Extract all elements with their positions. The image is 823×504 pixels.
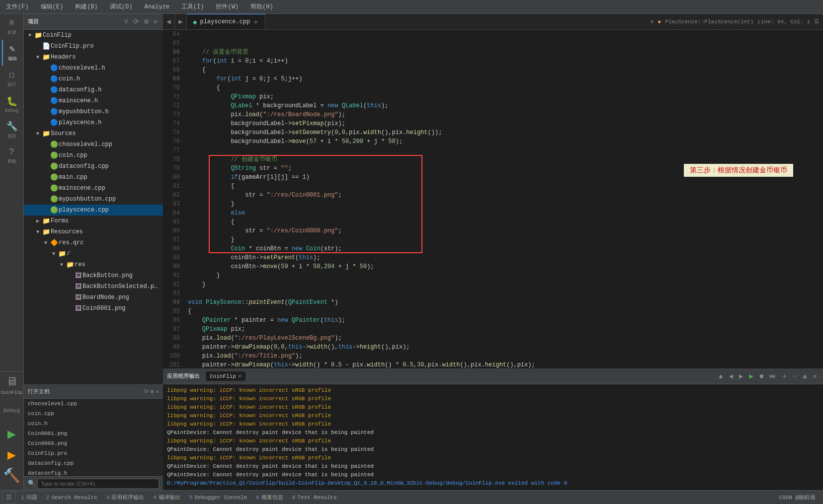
tree-label-mypushbuttoncpp: mypushbutton.cpp <box>59 196 159 203</box>
menu-debug[interactable]: 调试(D) <box>108 1 135 12</box>
status-tab-compile-output[interactable]: 4 编译输出 <box>149 492 184 504</box>
tree-label-maincpp: main.cpp <box>59 174 159 181</box>
run-button[interactable]: ▶ <box>5 424 18 444</box>
menu-controls[interactable]: 控件(W) <box>214 1 241 12</box>
build-button[interactable]: 🔨 <box>1 465 22 486</box>
activity-debug[interactable]: 🐛 Debug <box>2 91 22 117</box>
tree-item-dataconfigcpp[interactable]: 🟢 dataconfig.cpp <box>24 161 163 172</box>
code-line-93 <box>188 289 819 298</box>
output-float-btn[interactable]: ▲ <box>801 371 809 381</box>
sidebar-filter-btn[interactable]: ▽ <box>123 17 130 26</box>
activity-project[interactable]: 🔧 项目 <box>2 117 22 143</box>
tree-folder-slash[interactable]: ▼ 📁 / <box>24 248 163 259</box>
tree-item-mainsceneh[interactable]: 🔵 mainscene.h <box>24 95 163 106</box>
app-container: 文件(F) 编辑(E) 构建(B) 调试(D) Analyze 工具(I) 控件… <box>0 0 823 504</box>
tree-folder-resources[interactable]: ▼ 📁 Resources <box>24 226 163 237</box>
recent-files-title: 打开文档 <box>28 388 50 395</box>
recent-item-1[interactable]: chooselevel.cpp <box>24 399 163 409</box>
recent-split-btn[interactable]: ⊞ <box>151 388 154 395</box>
output-nav-next[interactable]: ▶ <box>737 371 745 381</box>
sidebar-toggle-btn[interactable]: ☰ <box>2 492 16 504</box>
output-nav-up[interactable]: ▲ <box>717 371 725 381</box>
tree-folder-headers[interactable]: ▼ 📁 Headers <box>24 52 163 63</box>
tree-item-coincpp[interactable]: 🟢 coin.cpp <box>24 150 163 161</box>
tree-folder-res[interactable]: ▼ 📁 res <box>24 259 163 270</box>
sidebar-close-btn[interactable]: ✕ <box>152 17 159 26</box>
output-step-btn[interactable]: ⏭ <box>767 371 778 381</box>
recent-close-btn[interactable]: ✕ <box>156 388 159 395</box>
tab-playscence[interactable]: ◆ playscence.cpp ✕ <box>187 14 265 29</box>
output-tab-coinflip[interactable]: CoinFlip ✕ <box>206 371 246 381</box>
code-line-92: } <box>188 280 819 289</box>
tab-nav-right[interactable]: ▶ <box>175 14 187 29</box>
tree-item-mypushbuttonh[interactable]: 🔵 mypushbutton.h <box>24 106 163 117</box>
menu-build[interactable]: 构建(B) <box>73 1 100 12</box>
search-input[interactable] <box>37 479 159 489</box>
h-icon-5: 🔵 <box>50 108 59 116</box>
output-nav-prev[interactable]: ◀ <box>727 371 735 381</box>
activity-design[interactable]: ◻ 设计 <box>2 66 22 91</box>
tree-folder-forms[interactable]: ▶ 📁 Forms <box>24 216 163 226</box>
recent-item-8[interactable]: dataconfig.h <box>24 468 163 476</box>
output-run-btn[interactable]: ▶ <box>747 371 755 381</box>
edit-icon: ✎ <box>9 43 15 54</box>
run-debug-button[interactable]: ▶ <box>5 444 18 465</box>
tree-item-coinh[interactable]: 🔵 coin.h <box>24 73 163 84</box>
activity-debug-device: Debug <box>2 398 22 424</box>
editor-settings-icon[interactable]: ☰ <box>814 18 819 25</box>
status-tab-problems[interactable]: 1 问题 <box>17 492 41 504</box>
tree-item-chooselevelcpp[interactable]: 🟢 chooselevel.cpp <box>24 139 163 150</box>
menu-analyze[interactable]: Analyze <box>142 2 171 11</box>
menu-tools[interactable]: 工具(I) <box>179 1 206 12</box>
output-close-btn[interactable]: ✕ <box>811 371 819 381</box>
tree-item-chooselevelh[interactable]: 🔵 chooselevel.h <box>24 63 163 73</box>
code-line-77 <box>188 146 819 155</box>
tree-item-mainscenecpp[interactable]: 🟢 mainscene.cpp <box>24 183 163 194</box>
activity-help[interactable]: ? 帮助 <box>2 143 22 169</box>
output-remove-btn[interactable]: − <box>791 371 799 381</box>
recent-item-7[interactable]: dataconfig.cpp <box>24 458 163 468</box>
status-tab-app-output[interactable]: 3 应用程序输出 <box>102 492 149 504</box>
tree-item-backbutton[interactable]: 🖼 BackButton.png <box>24 270 163 281</box>
recent-item-2[interactable]: coin.cpp <box>24 409 163 419</box>
tree-root-coinflip[interactable]: ▼ 📁 CoinFlip <box>24 30 163 41</box>
tab-nav-left[interactable]: ◀ <box>163 14 175 29</box>
menu-edit[interactable]: 编辑(E) <box>39 1 66 12</box>
status-tab-search-results[interactable]: 2 Search Results <box>42 492 101 504</box>
menu-help[interactable]: 帮助(H) <box>248 1 275 12</box>
code-editor[interactable]: 64 65 66 67 68 69 70 71 72 73 74 75 76 7… <box>163 30 823 368</box>
tree-item-resqrc[interactable]: ▼ 🔶 res.qrc <box>24 237 163 248</box>
tab-close-btn[interactable]: ✕ <box>253 18 258 26</box>
tree-folder-sources[interactable]: ▼ 📁 Sources <box>24 128 163 139</box>
tree-arrow-res: ▼ <box>58 262 66 268</box>
tree-item-coinflippro[interactable]: 📄 CoinFlip.pro <box>24 41 163 52</box>
sidebar-split-btn[interactable]: ⊞ <box>143 17 150 26</box>
recent-item-6[interactable]: CoinFlip.pro <box>24 448 163 458</box>
output-tab-close-btn[interactable]: ✕ <box>238 372 242 380</box>
status-tab-debugger-console[interactable]: 5 Debugger Console <box>185 492 251 504</box>
output-stop-btn[interactable]: ■ <box>757 371 765 381</box>
recent-item-5[interactable]: Coin0008.png <box>24 438 163 448</box>
menu-file[interactable]: 文件(F) <box>4 1 31 12</box>
code-line-86: str = ":/res/Coin0008.png"; <box>188 226 819 235</box>
recent-files-panel: 打开文档 ⟳ ⊞ ✕ chooselevel.cpp coin.cpp coin… <box>24 384 163 476</box>
tree-item-boardnode[interactable]: 🖼 BoardNode.png <box>24 292 163 303</box>
tree-item-playscenceh[interactable]: 🔵 playscence.h <box>24 117 163 128</box>
design-label: 设计 <box>7 81 16 88</box>
status-tab-summary[interactable]: 6 概要信息 <box>252 492 287 504</box>
output-add-btn[interactable]: + <box>780 371 788 381</box>
activity-welcome[interactable]: ≡ 欢迎 <box>2 14 22 40</box>
recent-sync-btn[interactable]: ⟳ <box>144 388 149 395</box>
cpp-icon-4: 🟢 <box>50 173 59 181</box>
tree-item-maincpp[interactable]: 🟢 main.cpp <box>24 172 163 183</box>
recent-item-3[interactable]: coin.h <box>24 419 163 429</box>
recent-item-4[interactable]: Coin0001.png <box>24 429 163 438</box>
tree-item-dataconfigh[interactable]: 🔵 dataconfig.h <box>24 84 163 95</box>
tree-item-backbuttonselected[interactable]: 🖼 BackButtonSelected.png <box>24 281 163 292</box>
activity-edit[interactable]: ✎ 编辑 <box>2 40 22 66</box>
status-tab-test-results[interactable]: 8 Test Results <box>288 492 341 504</box>
tree-item-mypushbuttoncpp[interactable]: 🟢 mypushbutton.cpp <box>24 194 163 205</box>
tree-item-coin0001[interactable]: 🖼 Coin0001.png <box>24 303 163 314</box>
tree-item-playscencecpp[interactable]: 🟢 playscence.cpp <box>24 205 163 216</box>
sidebar-sync-btn[interactable]: ⟳ <box>132 17 141 26</box>
